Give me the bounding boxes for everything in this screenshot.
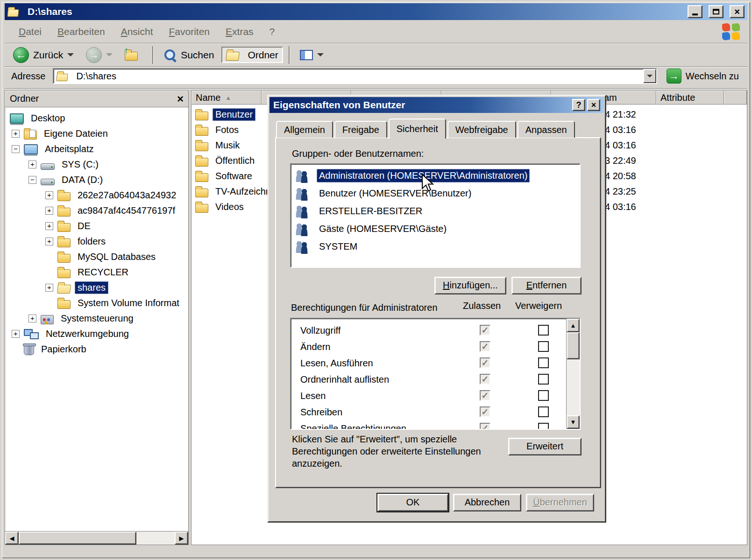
expand-icon[interactable]: + (28, 161, 36, 168)
permission-row-schreiben[interactable]: Schreiben ✓ (291, 404, 580, 420)
menu-datei[interactable]: Datei (11, 23, 49, 40)
permission-row-ordnerinhalt[interactable]: Ordnerinhalt auflisten ✓ (291, 371, 580, 388)
tree-item-ac9847[interactable]: + ac9847af4c454776197f (5, 203, 188, 218)
help-button[interactable]: ? (572, 99, 585, 111)
permission-row-lesen[interactable]: Lesen ✓ (291, 388, 580, 404)
expand-icon[interactable]: + (45, 191, 53, 199)
tree-item-de[interactable]: + DE (5, 218, 188, 234)
allow-checkbox-checked[interactable]: ✓ (480, 406, 490, 417)
tab-webfreigabe[interactable]: Webfreigabe (447, 121, 516, 138)
tree-item-sys-c[interactable]: + SYS (C:) (5, 157, 188, 172)
menu-hilfe[interactable]: ? (262, 23, 283, 40)
forward-button[interactable]: → (81, 45, 117, 65)
cancel-button[interactable]: Abbrechen (453, 494, 521, 511)
collapse-icon[interactable]: − (12, 145, 20, 153)
search-button[interactable]: Suchen (159, 46, 219, 64)
close-button[interactable]: × (730, 5, 745, 18)
tree-item-desktop[interactable]: Desktop (5, 111, 188, 126)
tree-item-shares[interactable]: + shares (5, 280, 188, 295)
deny-checkbox[interactable] (538, 406, 549, 417)
expand-icon[interactable]: + (28, 315, 36, 322)
tree-item-papierkorb[interactable]: Papierkorb (5, 342, 188, 357)
tab-sicherheit[interactable]: Sicherheit (389, 119, 446, 139)
tree-item-recycler[interactable]: RECYCLER (5, 265, 188, 280)
remove-button[interactable]: Entfernen (511, 277, 582, 294)
apply-button[interactable]: Übernehmen (526, 494, 594, 511)
scroll-up-button[interactable]: ▲ (567, 319, 580, 332)
tree-item-folders[interactable]: + folders (5, 234, 188, 249)
deny-checkbox[interactable] (538, 357, 549, 368)
expand-icon[interactable]: + (45, 238, 53, 245)
expand-icon[interactable]: + (12, 330, 20, 338)
group-user-list[interactable]: Administratoren (HOMESERVER\Administrato… (290, 163, 581, 268)
scrollbar-thumb[interactable] (567, 332, 580, 359)
dialog-close-button[interactable]: × (587, 99, 600, 111)
tree-item-262e27a[interactable]: + 262e27a064043a24932 (5, 188, 188, 203)
allow-checkbox-checked[interactable]: ✓ (480, 325, 490, 336)
deny-checkbox[interactable] (538, 341, 549, 352)
tree-item-systemsteuerung[interactable]: + Systemsteuerung (5, 311, 188, 326)
deny-checkbox[interactable] (538, 374, 549, 385)
permissions-scrollbar[interactable]: ▲ ▼ (566, 319, 580, 429)
menu-bearbeiten[interactable]: Bearbeiten (50, 23, 113, 40)
expand-icon[interactable]: + (45, 222, 53, 230)
tree-item-arbeitsplatz[interactable]: − Arbeitsplatz (5, 141, 188, 157)
tree-item-netzwerkumgebung[interactable]: + Netzwerkumgebung (5, 326, 188, 342)
permission-row-spezielle[interactable]: Spezielle Berechtigungen ✓ (291, 420, 580, 430)
permissions-list[interactable]: Vollzugriff ✓ Ändern ✓ Lesen, Ausführen … (290, 318, 581, 430)
user-item-administratoren[interactable]: Administratoren (HOMESERVER\Administrato… (292, 167, 579, 184)
column-header-attributes[interactable]: Attribute (656, 91, 724, 105)
tree-item-eigene-dateien[interactable]: + Eigene Dateien (5, 126, 188, 141)
deny-checkbox[interactable] (538, 325, 549, 336)
expand-icon[interactable]: + (45, 284, 53, 292)
tab-freigabe[interactable]: Freigabe (334, 121, 387, 138)
user-item-gaeste[interactable]: Gäste (HOMESERVER\Gäste) (292, 220, 579, 238)
collapse-icon[interactable]: − (28, 176, 36, 184)
scroll-down-button[interactable]: ▼ (567, 415, 580, 429)
up-button[interactable]: ↑ (120, 47, 147, 63)
scroll-right-button[interactable]: ▶ (175, 532, 188, 545)
tree-horizontal-scrollbar[interactable]: ◀ ▶ (5, 531, 188, 545)
allow-checkbox-checked[interactable]: ✓ (480, 423, 490, 430)
scrollbar-thumb[interactable] (19, 532, 136, 545)
add-button[interactable]: Hinzufügen... (434, 277, 506, 294)
expand-icon[interactable]: + (45, 207, 53, 215)
allow-checkbox-checked[interactable]: ✓ (480, 374, 490, 385)
user-item-ersteller-besitzer[interactable]: ERSTELLER-BESITZER (292, 202, 579, 220)
dialog-titlebar[interactable]: Eigenschaften von Benutzer ? × (270, 97, 604, 113)
user-item-system[interactable]: SYSTEM (292, 238, 579, 255)
tab-allgemein[interactable]: Allgemein (276, 121, 333, 138)
ok-button[interactable]: OK (377, 494, 448, 511)
window-titlebar[interactable]: D:\shares × (5, 3, 747, 20)
maximize-button[interactable] (709, 5, 724, 18)
tree-item-system-volume-information[interactable]: System Volume Informat (5, 295, 188, 311)
back-button[interactable]: ← Zurück (8, 45, 78, 65)
back-dropdown-icon[interactable] (67, 53, 74, 60)
allow-checkbox-checked[interactable]: ✓ (480, 357, 490, 368)
scroll-left-button[interactable]: ◀ (5, 532, 19, 545)
minimize-button[interactable] (688, 5, 702, 18)
tab-anpassen[interactable]: Anpassen (518, 121, 575, 138)
deny-checkbox[interactable] (538, 390, 549, 401)
tree-item-mysql-databases[interactable]: MySQL Databases (5, 249, 188, 265)
views-dropdown-icon[interactable] (317, 53, 324, 60)
advanced-button[interactable]: Erweitert (508, 438, 582, 455)
address-dropdown-button[interactable] (643, 69, 656, 83)
user-item-benutzer[interactable]: Benutzer (HOMESERVER\Benutzer) (292, 184, 579, 202)
go-button[interactable]: → Wechseln zu (663, 68, 743, 84)
views-button[interactable] (295, 48, 328, 63)
deny-checkbox[interactable] (538, 423, 549, 430)
menu-favoriten[interactable]: Favoriten (162, 23, 218, 40)
permission-row-aendern[interactable]: Ändern ✓ (291, 339, 580, 355)
forward-dropdown-icon[interactable] (106, 53, 113, 60)
permission-row-lesen-ausfuehren[interactable]: Lesen, Ausführen ✓ (291, 355, 580, 371)
column-header-name[interactable]: Name ▲ (192, 91, 262, 105)
menu-extras[interactable]: Extras (218, 23, 261, 40)
allow-checkbox-checked[interactable]: ✓ (480, 390, 490, 401)
allow-checkbox-checked[interactable]: ✓ (480, 341, 490, 352)
address-input[interactable]: D:\shares (53, 68, 657, 84)
close-tree-button[interactable]: × (177, 94, 184, 104)
expand-icon[interactable]: + (12, 130, 20, 138)
permission-row-vollzugriff[interactable]: Vollzugriff ✓ (291, 322, 580, 339)
menu-ansicht[interactable]: Ansicht (114, 23, 161, 40)
